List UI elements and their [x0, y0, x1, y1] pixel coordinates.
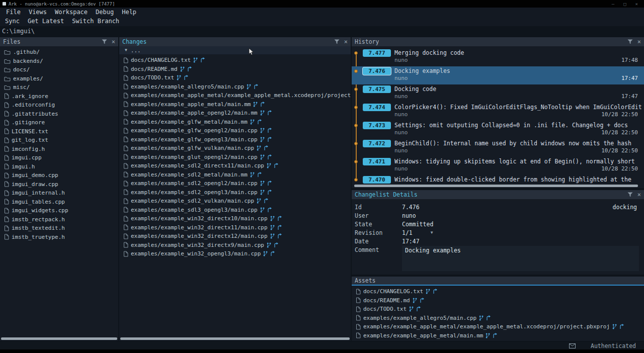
filter-icon[interactable] — [627, 39, 633, 44]
menu-item[interactable]: Views — [25, 9, 51, 16]
changed-file-row[interactable]: examples/example_allegro5/main.cpp — [119, 82, 351, 92]
changed-file-row[interactable]: examples/example_win32_opengl3/main.cpp — [119, 249, 351, 258]
filter-icon[interactable] — [334, 39, 340, 44]
file-tree-item[interactable]: imstb_textedit.h — [0, 224, 118, 233]
changes-horizontal-scrollbar[interactable] — [120, 337, 350, 340]
file-tree-item[interactable]: imstb_rectpack.h — [0, 215, 118, 224]
file-tree-item[interactable]: .github/ — [0, 48, 118, 57]
changed-file-row[interactable]: examples/example_sdl2_directx11/main.cpp — [119, 161, 351, 170]
files-horizontal-scrollbar[interactable] — [1, 337, 117, 340]
asset-file-row[interactable]: docs/README.md — [352, 296, 644, 305]
commit-subline: nuno 17:47 — [394, 93, 642, 100]
changed-file-row[interactable]: examples/example_apple_metal/main.mm — [119, 100, 351, 109]
changed-file-row[interactable]: examples/example_win32_directx9/main.cpp — [119, 241, 351, 250]
changed-file-row[interactable]: docs/TODO.txt — [119, 73, 351, 82]
close-panel-icon[interactable]: × — [344, 39, 348, 45]
file-tree-item[interactable]: .ark_ignore — [0, 92, 118, 101]
file-tree-item[interactable]: git_log.txt — [0, 136, 118, 145]
document-icon — [123, 154, 128, 160]
changed-file-name: examples/example_win32_opengl3/main.cpp — [131, 250, 261, 257]
close-panel-icon[interactable]: × — [637, 192, 641, 198]
changed-file-row[interactable]: docs/README.md — [119, 65, 351, 74]
changed-file-row[interactable]: examples/example_sdl2_opengl2/main.cpp — [119, 179, 351, 188]
changed-file-row[interactable]: examples/example_sdl2_opengl3/main.cpp — [119, 188, 351, 197]
changed-file-row[interactable]: examples/example_win32_directx11/main.cp… — [119, 223, 351, 232]
changed-file-row[interactable]: examples/example_apple_metal/example_app… — [119, 91, 351, 100]
document-icon — [4, 199, 9, 205]
comment-value: Docking examples — [402, 246, 639, 271]
file-tree-item[interactable]: imconfig.h — [0, 145, 118, 154]
changed-file-row[interactable]: examples/example_glfw_opengl2/main.cpp — [119, 126, 351, 135]
changed-file-row[interactable]: examples/example_glfw_vulkan/main.cpp — [119, 144, 351, 153]
document-icon — [4, 234, 9, 240]
changed-file-row[interactable]: examples/example_sdl3_opengl3/main.cpp — [119, 206, 351, 215]
close-panel-icon[interactable]: × — [112, 39, 115, 45]
file-tree-item[interactable]: docs/ — [0, 65, 118, 74]
history-commit-row[interactable]: 7.476 Docking examples nuno 17:47 — [352, 66, 644, 84]
history-commit-row[interactable]: 7.477 Merging docking code nuno 17:48 — [352, 48, 644, 66]
minimize-icon[interactable]: — — [612, 2, 614, 7]
toolbar-button[interactable]: Get Latest — [24, 18, 68, 25]
file-tree-item[interactable]: imgui.cpp — [0, 153, 118, 162]
changed-file-row[interactable]: examples/example_sdl2_metal/main.mm — [119, 170, 351, 180]
changed-file-name: examples/example_win32_directx12/main.cp… — [131, 233, 268, 239]
merge-status-icon — [416, 306, 421, 312]
file-tree-item[interactable]: imgui_internal.h — [0, 189, 118, 198]
changed-file-row[interactable]: examples/example_sdl2_vulkan/main.cpp — [119, 197, 351, 206]
menu-item[interactable]: Debug — [92, 9, 118, 16]
history-horizontal-scrollbar[interactable] — [354, 185, 638, 187]
asset-file-row[interactable]: docs/CHANGELOG.txt — [352, 287, 644, 296]
file-tree-item[interactable]: .gitattributes — [0, 110, 118, 119]
filter-icon[interactable] — [627, 192, 633, 197]
file-tree-item[interactable]: imgui_demo.cpp — [0, 171, 118, 180]
changed-file-row[interactable]: examples/example_win32_directx12/main.cp… — [119, 232, 351, 241]
history-commit-row[interactable]: 7.474 ColorPicker4(): Fixed ImGuiColorEd… — [352, 103, 644, 121]
close-panel-icon[interactable]: × — [637, 39, 641, 45]
chevron-down-icon[interactable]: ▼ — [431, 229, 433, 237]
commit-subline: nuno 17:47 — [394, 75, 642, 81]
changed-file-row[interactable]: examples/example_glfw_opengl3/main.cpp — [119, 135, 351, 144]
changed-file-name: examples/example_allegro5/main.cpp — [131, 83, 244, 90]
changed-file-row[interactable]: examples/example_win32_directx10/main.cp… — [119, 214, 351, 223]
asset-file-row[interactable]: examples/example_apple_metal/main.mm — [352, 331, 644, 340]
file-tree-item[interactable]: imstb_truetype.h — [0, 233, 118, 242]
expand-triangle-icon[interactable]: ▼ — [125, 48, 127, 52]
workspace-path-row: C:\imgui\ — [0, 26, 644, 36]
document-icon — [356, 332, 361, 338]
history-commit-row[interactable]: 7.473 Settings: omit outputing Collapsed… — [352, 121, 644, 139]
file-tree-item[interactable]: imgui.h — [0, 162, 118, 171]
file-tree-item[interactable]: LICENSE.txt — [0, 127, 118, 136]
changed-file-row[interactable]: examples/example_glut_opengl2/main.cpp — [119, 153, 351, 162]
changes-root-row[interactable]: ▼ ... — [119, 46, 351, 54]
menu-item[interactable]: File — [2, 9, 25, 16]
changed-file-row[interactable]: examples/example_apple_opengl2/main.mm — [119, 109, 351, 118]
file-tree-item[interactable]: .editorconfig — [0, 101, 118, 110]
file-tree-item[interactable]: imgui_widgets.cpp — [0, 206, 118, 215]
history-commit-row[interactable]: 7.472 BeginChild(): Internal name used b… — [352, 139, 644, 157]
changed-file-row[interactable]: docs/CHANGELOG.txt — [119, 56, 351, 65]
menu-item[interactable]: Workspace — [51, 9, 92, 16]
toolbar-button[interactable]: Switch Branch — [68, 18, 123, 25]
revision-selector[interactable]: 1/1 ▼ — [402, 229, 433, 237]
toolbar-button[interactable]: Sync — [1, 18, 24, 25]
document-icon — [4, 128, 9, 134]
file-name: imgui_widgets.cpp — [12, 207, 68, 214]
file-tree-item[interactable]: .gitignore — [0, 118, 118, 127]
filter-icon[interactable] — [102, 39, 107, 44]
maximize-icon[interactable]: □ — [623, 2, 626, 7]
document-icon — [123, 233, 128, 239]
close-window-icon[interactable]: × — [635, 2, 638, 7]
file-tree-item[interactable]: backends/ — [0, 57, 118, 66]
history-commit-row[interactable]: 7.471 Windows: tidying up skipitems logi… — [352, 157, 644, 175]
checkedout-status-icon — [260, 110, 265, 116]
file-tree-item[interactable]: examples/ — [0, 74, 118, 83]
file-tree-item[interactable]: imgui_tables.cpp — [0, 198, 118, 207]
history-commit-row[interactable]: 7.475 Docking code nuno 17:47 — [352, 84, 644, 103]
menu-item[interactable]: Help — [118, 9, 140, 16]
file-tree-item[interactable]: misc/ — [0, 83, 118, 92]
asset-file-row[interactable]: docs/TODO.txt — [352, 305, 644, 314]
asset-file-row[interactable]: examples/example_allegro5/main.cpp — [352, 314, 644, 323]
asset-file-row[interactable]: examples/example_apple_metal/example_app… — [352, 322, 644, 331]
changed-file-row[interactable]: examples/example_glfw_metal/main.mm — [119, 118, 351, 127]
file-tree-item[interactable]: imgui_draw.cpp — [0, 180, 118, 189]
